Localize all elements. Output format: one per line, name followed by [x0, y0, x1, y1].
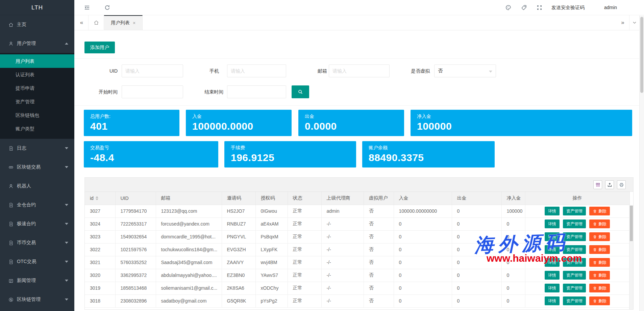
virtual-select[interactable]: 否	[434, 64, 496, 77]
col-virtual: 虚拟用户	[364, 192, 394, 205]
cell-status: 正常	[288, 230, 321, 243]
col-id[interactable]: id	[85, 192, 115, 205]
collapse-menu-icon[interactable]	[84, 4, 90, 11]
table-scrollbar[interactable]	[629, 205, 633, 309]
sidebar-item-blockchain-wallet[interactable]: 区块链钱包	[0, 108, 74, 122]
close-icon[interactable]: ×	[133, 21, 135, 25]
tabs-menu-button[interactable]	[629, 15, 639, 30]
cell-virtual: 否	[364, 256, 394, 269]
sidebar-item-logs[interactable]: 日志	[0, 139, 74, 158]
cell-id: 3018	[85, 294, 115, 307]
stat-value: 401	[90, 121, 173, 132]
delete-button[interactable]: 删除	[589, 284, 610, 292]
sidebar-item-asset-management[interactable]: 资产管理	[0, 95, 74, 108]
delete-button[interactable]: 删除	[589, 271, 610, 280]
sidebar-item-news-management[interactable]: 新闻管理	[0, 271, 74, 290]
sidebar-item-label: 机器人	[17, 183, 31, 189]
delete-button[interactable]: 删除	[589, 219, 610, 228]
cell-actions: 详情资产管理删除	[525, 269, 629, 282]
tabs-scroll-right-button[interactable]: »	[616, 15, 629, 30]
sidebar-item-blockchain-management[interactable]: 区块链管理	[0, 290, 74, 309]
asset-management-button[interactable]: 资产管理	[563, 296, 586, 305]
sidebar-item-otc-trade[interactable]: OTC交易	[0, 252, 74, 271]
asset-management-button[interactable]: 资产管理	[563, 271, 586, 280]
page-scrollbar-thumb[interactable]	[640, 17, 643, 93]
filter-columns-button[interactable]	[593, 180, 602, 189]
cell-actions: 详情资产管理删除	[525, 282, 629, 294]
sort-icon[interactable]	[96, 196, 98, 200]
cell-id: 3024	[85, 217, 115, 230]
tab-user-list[interactable]: 用户列表 ×	[104, 15, 143, 30]
cell-email: forcused@yandex.com	[156, 217, 222, 230]
cell-invite-code: 2K8SA6	[222, 282, 255, 294]
sidebar-item-withdraw-request[interactable]: 提币申请	[0, 81, 74, 95]
theme-palette-icon[interactable]	[505, 4, 512, 11]
sidebar-item-robot[interactable]: 机器人	[0, 177, 74, 196]
stat-net-deposit: 净入金 100000	[411, 110, 632, 136]
sidebar-item-label: 全仓合约	[17, 202, 36, 208]
search-button[interactable]	[292, 85, 309, 98]
tabbar: « 用户列表 × »	[74, 15, 639, 30]
cell-status: 正常	[288, 282, 321, 294]
asset-management-button[interactable]: 资产管理	[563, 284, 586, 292]
cell-agent: -/-	[321, 243, 364, 256]
delete-button[interactable]: 删除	[589, 232, 610, 241]
fullscreen-icon[interactable]	[536, 4, 543, 11]
sidebar-item-user-management[interactable]: 用户管理	[0, 34, 74, 53]
tab-home[interactable]	[89, 15, 104, 30]
stat-value: 0.0000	[305, 121, 398, 132]
user-icon	[8, 41, 14, 47]
print-button[interactable]	[617, 180, 626, 189]
table-row: 30182308032896sadatboy@gmail.comG5QR8KpY…	[85, 294, 629, 307]
detail-button[interactable]: 详情	[545, 284, 560, 292]
chevron-down-icon	[65, 242, 68, 244]
username-menu[interactable]: admin	[604, 0, 617, 15]
cell-actions: 详情资产管理删除	[525, 205, 629, 217]
delete-button[interactable]: 删除	[589, 296, 610, 305]
cell-invite-code: EVG3ZH	[222, 243, 255, 256]
asset-management-button[interactable]: 资产管理	[563, 219, 586, 228]
stat-label: 手续费	[231, 145, 350, 151]
start-time-input[interactable]	[122, 85, 183, 98]
detail-button[interactable]: 详情	[545, 207, 560, 215]
asset-management-button[interactable]: 资产管理	[563, 207, 586, 215]
sidebar-item-blockchain-trade[interactable]: 区块链交易	[0, 158, 74, 177]
email-input[interactable]	[329, 64, 390, 77]
delete-button[interactable]: 删除	[589, 258, 610, 267]
end-time-label: 结束时间	[191, 85, 223, 98]
delete-button[interactable]: 删除	[589, 245, 610, 254]
home-icon	[93, 20, 99, 26]
sidebar-item-fast-contract[interactable]: 极速合约	[0, 214, 74, 233]
table-scrollbar-thumb[interactable]	[630, 206, 633, 241]
uid-input[interactable]	[122, 64, 183, 77]
add-user-button[interactable]: 添加用户	[84, 42, 115, 53]
cell-agent: -/-	[321, 217, 364, 230]
detail-button[interactable]: 详情	[545, 219, 560, 228]
col-uid: UID	[115, 192, 156, 205]
export-button[interactable]	[605, 180, 614, 189]
trash-icon	[593, 299, 597, 303]
cell-withdraw: 0	[452, 217, 501, 230]
delete-button[interactable]: 删除	[589, 207, 610, 215]
stat-label: 出金	[305, 113, 398, 120]
end-time-input[interactable]	[227, 85, 286, 98]
cell-uid: 2308032896	[115, 294, 156, 307]
sidebar-item-coin-trade[interactable]: 币币交易	[0, 233, 74, 252]
phone-input[interactable]	[227, 64, 286, 77]
detail-button[interactable]: 详情	[545, 296, 560, 305]
sidebar-item-full-contract[interactable]: 全仓合约	[0, 196, 74, 214]
refresh-icon[interactable]	[104, 4, 110, 11]
detail-button[interactable]: 详情	[545, 271, 560, 280]
tabs-scroll-left-button[interactable]: «	[74, 15, 89, 30]
main-content: 添加用户 UID 手机 邮箱 是否虚拟 否 开始时间 结束时间 总用户数: 40…	[74, 30, 639, 311]
document-icon	[8, 259, 14, 265]
page-scrollbar[interactable]	[639, 16, 644, 311]
tag-icon[interactable]	[521, 4, 527, 11]
send-security-code-button[interactable]: 发送安全验证码	[551, 0, 585, 15]
sidebar-item-user-list[interactable]: 用户列表	[0, 54, 74, 68]
phone-label: 手机	[191, 64, 219, 77]
sidebar-item-account-type[interactable]: 账户类型	[0, 122, 74, 135]
sidebar-item-home[interactable]: 主页	[0, 15, 74, 34]
sidebar-item-auth-list[interactable]: 认证列表	[0, 68, 74, 81]
cell-id: 3021	[85, 256, 115, 269]
